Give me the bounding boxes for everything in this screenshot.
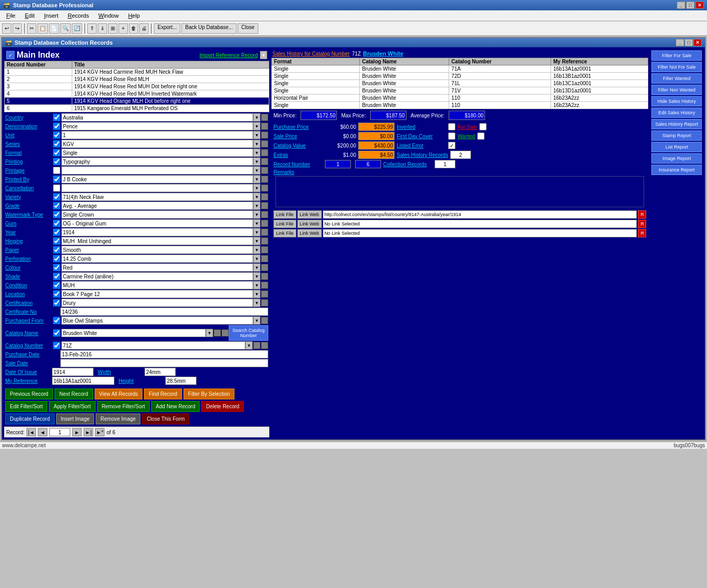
table-row[interactable]: 2 1914 KGV Head Rose Red MLH: [5, 76, 269, 83]
close-btn[interactable]: ✕: [696, 2, 704, 9]
sale-date-input[interactable]: [60, 359, 268, 367]
link-web-btn-2[interactable]: Link Web: [297, 220, 322, 228]
watermark-checkbox[interactable]: [53, 211, 60, 218]
search-catalog-btn[interactable]: Search CatalogNumber: [229, 325, 268, 341]
table-row-selected[interactable]: 5 1914 KGV Head Orange MLH Dot before ri…: [5, 98, 269, 105]
printed-by-arrow[interactable]: ▼: [253, 175, 260, 183]
sales-row[interactable]: Single Brusden White 71L 16b13C1az0001: [272, 80, 648, 87]
paper-input[interactable]: [61, 246, 253, 254]
catalog-value-label[interactable]: Catalog Value: [273, 143, 323, 149]
table-row[interactable]: 1 1914 KGV Head Carmine Red MUH Neck Fla…: [5, 69, 269, 76]
variety-checkbox[interactable]: [53, 193, 60, 201]
paper-sq-btn[interactable]: [261, 246, 268, 253]
toolbar-sort-desc[interactable]: ⇓: [98, 23, 107, 34]
grade-sq-btn[interactable]: [261, 202, 268, 209]
previous-record-btn[interactable]: Previous Record: [5, 389, 53, 399]
year-checkbox[interactable]: [53, 229, 60, 236]
purchased-from-sq-btn[interactable]: [261, 317, 268, 324]
unit-input[interactable]: [61, 131, 253, 139]
win-maximize[interactable]: □: [685, 39, 693, 46]
condition-sq-btn[interactable]: [261, 282, 268, 289]
table-row[interactable]: 3 1914 KGV Head Rose Red MUH Dot before …: [5, 83, 269, 90]
collection-records-count[interactable]: [435, 160, 455, 168]
record-number-left-input[interactable]: [325, 160, 351, 168]
toolbar-paste[interactable]: 📄: [49, 23, 59, 34]
purchase-date-input[interactable]: [60, 350, 268, 358]
toolbar-export[interactable]: Export...: [154, 23, 180, 34]
catalog-name-checkbox[interactable]: [53, 329, 60, 337]
gum-arrow[interactable]: ▼: [253, 219, 260, 228]
location-label[interactable]: Location: [5, 291, 52, 297]
menu-insert[interactable]: Insert: [40, 11, 63, 20]
colour-input[interactable]: [61, 263, 253, 272]
table-row[interactable]: 4 1914 KGV Head Rose Red MUH Inverted Wa…: [5, 90, 269, 98]
purchase-date-label[interactable]: Purchase Date: [5, 352, 52, 357]
series-checkbox[interactable]: [53, 140, 60, 148]
gum-input[interactable]: [61, 219, 253, 228]
sale-price-right-input[interactable]: [358, 132, 395, 140]
listed-error-label[interactable]: Listed Error: [397, 143, 446, 149]
printing-input[interactable]: [61, 157, 253, 166]
remove-image-btn[interactable]: Remove Image: [96, 413, 140, 424]
series-input[interactable]: [61, 140, 253, 148]
stamp-report-btn[interactable]: Stamp Report: [651, 130, 702, 141]
height-input[interactable]: [165, 377, 197, 385]
sales-history-report-btn[interactable]: Sales History Report: [651, 119, 702, 129]
printed-by-input[interactable]: [61, 175, 253, 183]
variety-label[interactable]: Variety: [5, 194, 52, 200]
series-label[interactable]: Series: [5, 141, 52, 147]
inverted-label[interactable]: Inverted: [397, 124, 446, 130]
toolbar-copy[interactable]: 📋: [37, 23, 48, 34]
perforation-sq-btn[interactable]: [261, 255, 268, 262]
toolbar-print[interactable]: 🖨: [139, 23, 149, 34]
hinging-checkbox[interactable]: [53, 237, 60, 245]
catalog-number-arrow[interactable]: ▼: [245, 341, 253, 350]
certificate-no-input[interactable]: [60, 308, 268, 316]
cancellation-sq-btn[interactable]: [261, 184, 268, 192]
link-url-3[interactable]: [323, 229, 637, 237]
unit-arrow[interactable]: ▼: [253, 131, 260, 139]
purchased-from-checkbox[interactable]: [53, 317, 60, 324]
certification-arrow[interactable]: ▼: [253, 299, 260, 307]
main-index-checkbox[interactable]: ✓: [6, 51, 15, 59]
shade-sq-btn[interactable]: [261, 273, 268, 280]
printage-input[interactable]: [61, 166, 253, 175]
avg-price-input[interactable]: [449, 111, 485, 120]
printage-arrow[interactable]: ▼: [253, 166, 260, 175]
format-sq-btn[interactable]: [261, 149, 268, 156]
toolbar-new[interactable]: +: [119, 23, 128, 34]
cancellation-checkbox[interactable]: [53, 184, 60, 192]
paper-checkbox[interactable]: [53, 246, 60, 253]
format-input[interactable]: [61, 149, 253, 157]
catalog-name-label[interactable]: Catalog Name: [5, 330, 52, 336]
menu-window[interactable]: Window: [94, 11, 123, 20]
denomination-label[interactable]: Denomination: [5, 124, 52, 129]
watermark-arrow[interactable]: ▼: [253, 210, 260, 219]
maximize-btn[interactable]: □: [686, 2, 695, 9]
paper-arrow[interactable]: ▼: [253, 246, 260, 254]
grade-label[interactable]: Grade: [5, 203, 52, 209]
location-input[interactable]: [61, 290, 253, 298]
link-r-btn-3[interactable]: R: [638, 229, 646, 237]
perforation-input[interactable]: [61, 255, 253, 263]
inverted-checkbox[interactable]: [448, 123, 455, 130]
link-web-btn-1[interactable]: Link Web: [297, 210, 322, 219]
perforation-label[interactable]: Perforation: [5, 256, 52, 262]
printed-by-checkbox[interactable]: [53, 176, 60, 183]
printage-checkbox[interactable]: [53, 167, 60, 174]
catalog-number-sq2[interactable]: [261, 342, 268, 349]
insurance-report-btn[interactable]: Insurance Report: [651, 165, 702, 175]
nav-last-btn[interactable]: ►|: [84, 428, 93, 436]
wanted-checkbox[interactable]: [477, 132, 485, 140]
sales-history-records-count[interactable]: [450, 151, 471, 159]
perforation-checkbox[interactable]: [53, 255, 60, 262]
wanted-label[interactable]: Wanted: [457, 133, 475, 139]
record-number-input[interactable]: [49, 428, 70, 436]
width-input[interactable]: [145, 368, 176, 376]
condition-label[interactable]: Condition: [5, 283, 52, 288]
close-this-form-btn[interactable]: Close This Form: [142, 413, 189, 424]
catalog-name-arrow[interactable]: ▼: [206, 329, 213, 337]
hide-sales-history-btn[interactable]: Hide Sales History: [651, 96, 702, 106]
width-label[interactable]: Width: [98, 369, 145, 375]
sales-person-link[interactable]: Brusden White: [363, 50, 403, 57]
